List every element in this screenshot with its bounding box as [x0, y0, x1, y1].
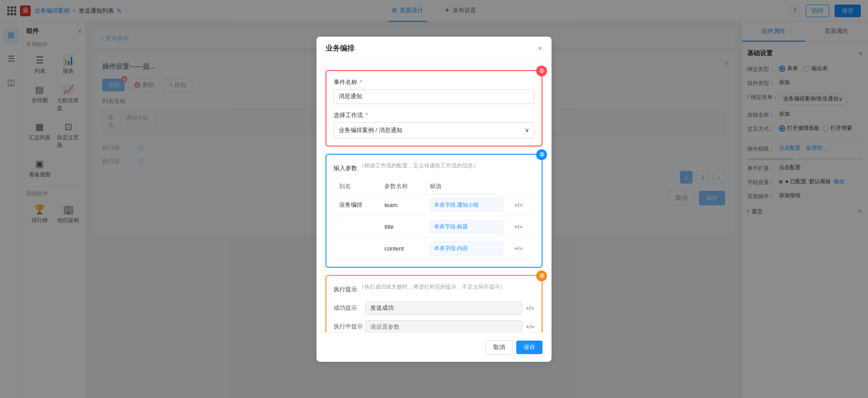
action-col-header	[509, 179, 534, 194]
param-action-3: +/=	[509, 237, 534, 259]
chevron-down-icon: ∨	[525, 127, 529, 133]
executing-hint-row: 执行中提示 +/=	[334, 320, 534, 332]
param-col-header: 参数名称	[379, 179, 424, 194]
success-hint-action[interactable]: +/=	[526, 305, 534, 312]
workflow-field: 选择工作流 * 业务编排案例 / 消息通知 ∨	[334, 111, 534, 138]
param-action-1: +/=	[509, 194, 534, 216]
params-table-head: 别名 参数名称 赋值	[334, 179, 534, 194]
workflow-select-value: 业务编排案例 / 消息通知	[339, 126, 402, 134]
param-value-tag-2[interactable]: 本表字段.标题	[430, 220, 504, 234]
param-value-1: 本表字段.通知小组	[425, 194, 509, 216]
param-value-3: 本表字段.内容	[425, 237, 509, 259]
param-action-2: +/=	[509, 216, 534, 237]
param-name-3: content	[379, 237, 424, 259]
exec-hint-title: 执行提示	[334, 285, 357, 294]
modal-body: ① 事件名称 * 选择工作流 *	[316, 61, 552, 332]
section3-badge: ③	[536, 270, 547, 281]
workflow-required: *	[366, 112, 368, 118]
param-alias-1: 业务编排	[334, 194, 379, 216]
param-name-2: title	[379, 216, 424, 237]
param-value-2: 本表字段.标题	[425, 216, 509, 237]
modal-section-event: ① 事件名称 * 选择工作流 *	[326, 70, 542, 147]
param-action-btn-1[interactable]: +/=	[514, 202, 523, 208]
params-table-body: 业务编排 team 本表字段.通知小组 +/= ti	[334, 194, 534, 259]
workflow-select[interactable]: 业务编排案例 / 消息通知 ∨	[334, 122, 534, 138]
param-alias-2	[334, 216, 379, 237]
executing-hint-input[interactable]	[365, 320, 522, 332]
modal-cancel-button[interactable]: 取消	[486, 340, 513, 355]
params-header-row: 别名 参数名称 赋值	[334, 179, 534, 194]
param-row-title: title 本表字段.标题 +/=	[334, 216, 534, 237]
param-row-content: content 本表字段.内容 +/=	[334, 237, 534, 259]
workflow-label: 选择工作流 *	[334, 111, 534, 119]
section2-badge: ②	[536, 149, 547, 160]
modal-backdrop: 业务编排 × ① 事件名称 * 选择工作流	[0, 0, 868, 398]
param-action-btn-2[interactable]: +/=	[514, 223, 523, 230]
modal-title: 业务编排	[326, 44, 354, 53]
success-hint-label: 成功提示	[334, 304, 365, 312]
params-title-row: 输入参数 （根据工作流的配置，定义传递给工作流的信息）	[334, 162, 534, 175]
value-col-header: 赋值	[425, 179, 509, 194]
params-table: 别名 参数名称 赋值 业务编排 team 本表字段.通知小组	[334, 179, 534, 260]
event-name-input[interactable]	[334, 89, 534, 104]
success-hint-input[interactable]	[365, 302, 522, 315]
param-value-tag-1[interactable]: 本表字段.通知小组	[430, 198, 504, 212]
executing-hint-label: 执行中提示	[334, 322, 365, 331]
event-name-label: 事件名称 *	[334, 78, 534, 86]
params-title: 输入参数	[334, 164, 357, 172]
modal-close-button[interactable]: ×	[538, 44, 542, 52]
param-name-1: team	[379, 194, 424, 216]
section1-badge: ①	[536, 66, 547, 76]
param-alias-3	[334, 237, 379, 259]
workflow-select-container: 业务编排案例 / 消息通知 ∨	[334, 122, 534, 138]
exec-hint-subtitle: （执行成功或失败时，将进行对应的提示，不定义则不提示）	[359, 283, 505, 291]
alias-col-header: 别名	[334, 179, 379, 194]
modal-save-button[interactable]: 保存	[516, 341, 542, 354]
modal-section-params: ② 输入参数 （根据工作流的配置，定义传递给工作流的信息） 别名 参数名称 赋值	[326, 154, 542, 268]
exec-hint-title-row: 执行提示 （执行成功或失败时，将进行对应的提示，不定义则不提示）	[334, 283, 534, 296]
modal-section-exec-hint: ③ 执行提示 （执行成功或失败时，将进行对应的提示，不定义则不提示） 成功提示 …	[326, 275, 542, 332]
business-arrangement-modal: 业务编排 × ① 事件名称 * 选择工作流	[316, 37, 552, 362]
param-value-tag-3[interactable]: 本表字段.内容	[430, 242, 504, 256]
params-subtitle: （根据工作流的配置，定义传递给工作流的信息）	[359, 162, 478, 170]
param-row-team: 业务编排 team 本表字段.通知小组 +/=	[334, 194, 534, 216]
param-action-btn-3[interactable]: +/=	[514, 245, 523, 252]
executing-hint-action[interactable]: +/=	[526, 323, 534, 330]
event-name-field: 事件名称 *	[334, 78, 534, 104]
event-name-required: *	[360, 79, 362, 85]
success-hint-row: 成功提示 +/=	[334, 302, 534, 315]
modal-footer: 取消 保存	[316, 332, 552, 362]
modal-header: 业务编排 ×	[316, 37, 552, 61]
